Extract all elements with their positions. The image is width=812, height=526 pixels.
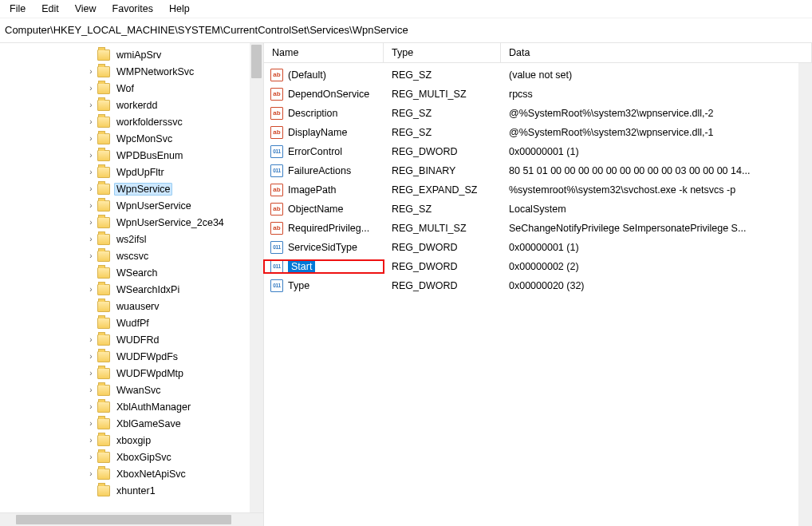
expand-icon[interactable]: › <box>86 219 96 227</box>
tree-item[interactable]: ›xboxgip <box>0 432 263 449</box>
expand-icon[interactable]: › <box>86 235 96 243</box>
registry-value-row[interactable]: abDependOnServiceREG_MULTI_SZrpcss <box>264 85 812 104</box>
expand-icon[interactable]: › <box>86 370 96 378</box>
expand-icon[interactable]: › <box>86 185 96 193</box>
registry-value-row[interactable]: 011StartREG_DWORD0x00000002 (2) <box>264 257 812 276</box>
expand-icon[interactable]: › <box>86 135 96 143</box>
registry-value-row[interactable]: abObjectNameREG_SZLocalSystem <box>264 200 812 219</box>
tree-item[interactable]: ›WUDFRd <box>0 331 263 348</box>
tree-item[interactable]: ›XboxNetApiSvc <box>0 465 263 482</box>
tree-item[interactable]: ›xhunter1 <box>0 482 263 499</box>
expand-icon[interactable]: › <box>86 202 96 210</box>
tree-item[interactable]: ›Wof <box>0 80 263 97</box>
registry-value-row[interactable]: 011TypeREG_DWORD0x00000020 (32) <box>264 276 812 295</box>
tree-item-label: workerdd <box>114 99 160 112</box>
binary-value-icon: 011 <box>270 164 283 177</box>
expand-icon[interactable]: › <box>86 470 96 478</box>
header-data[interactable]: Data <box>501 43 812 62</box>
expand-icon[interactable]: › <box>86 437 96 445</box>
value-data: 0x00000001 (1) <box>501 146 812 157</box>
tree-item-label: WUDFRd <box>114 334 161 346</box>
tree-scroll: ›wmiApSrv›WMPNetworkSvc›Wof›workerdd›wor… <box>0 43 263 512</box>
tree-item[interactable]: ›wmiApSrv <box>0 46 263 63</box>
tree-item[interactable]: ›WSearch <box>0 264 263 281</box>
tree-item[interactable]: ›wscsvc <box>0 247 263 264</box>
expand-icon[interactable]: › <box>86 252 96 260</box>
tree-horizontal-scrollbar[interactable] <box>0 512 263 526</box>
registry-value-row[interactable]: abDescriptionREG_SZ@%SystemRoot%\system3… <box>264 104 812 123</box>
expand-icon[interactable]: › <box>86 403 96 411</box>
tree-panel: ›wmiApSrv›WMPNetworkSvc›Wof›workerdd›wor… <box>0 43 264 526</box>
tree-item[interactable]: ›ws2ifsl <box>0 231 263 247</box>
folder-icon <box>97 368 110 379</box>
tree-item-label: WUDFWpdMtp <box>114 367 186 380</box>
registry-value-row[interactable]: 011ErrorControlREG_DWORD0x00000001 (1) <box>264 142 812 161</box>
tree-item[interactable]: ›workfolderssvc <box>0 113 263 130</box>
tree-item-label: WpnUserService <box>114 200 194 212</box>
registry-value-row[interactable]: abRequiredPrivileg...REG_MULTI_SZSeChang… <box>264 219 812 238</box>
tree-item[interactable]: ›WpnService <box>0 180 263 197</box>
tree-item[interactable]: ›WpcMonSvc <box>0 130 263 147</box>
folder-icon <box>97 217 110 228</box>
value-data: rpcss <box>501 89 812 100</box>
expand-icon[interactable]: › <box>86 453 96 461</box>
folder-icon <box>97 418 110 429</box>
address-bar[interactable]: Computer\HKEY_LOCAL_MACHINE\SYSTEM\Curre… <box>0 18 812 43</box>
value-data: %systemroot%\system32\svchost.exe -k net… <box>501 184 812 196</box>
string-value-icon: ab <box>270 222 283 235</box>
folder-icon <box>97 385 110 396</box>
tree-item[interactable]: ›WwanSvc <box>0 382 263 398</box>
main: ›wmiApSrv›WMPNetworkSvc›Wof›workerdd›wor… <box>0 43 812 526</box>
list-vertical-scrollbar[interactable] <box>798 63 812 526</box>
tree-item[interactable]: ›XboxGipSvc <box>0 449 263 465</box>
value-type: REG_BINARY <box>384 165 501 176</box>
menu-view[interactable]: View <box>69 2 103 16</box>
expand-icon[interactable]: › <box>86 420 96 428</box>
tree-item[interactable]: ›XblGameSave <box>0 415 263 432</box>
registry-value-row[interactable]: abDisplayNameREG_SZ@%SystemRoot%\system3… <box>264 123 812 142</box>
expand-icon[interactable]: › <box>86 168 96 176</box>
tree-item[interactable]: ›WMPNetworkSvc <box>0 63 263 80</box>
header-type[interactable]: Type <box>384 43 501 62</box>
tree-item[interactable]: ›WUDFWpdMtp <box>0 365 263 382</box>
expand-icon[interactable]: › <box>86 101 96 109</box>
tree-item[interactable]: ›WSearchIdxPi <box>0 281 263 298</box>
menu-file[interactable]: File <box>3 2 32 16</box>
tree-item[interactable]: ›workerdd <box>0 97 263 113</box>
expand-icon[interactable]: › <box>86 336 96 344</box>
folder-icon <box>97 267 110 279</box>
menu-edit[interactable]: Edit <box>35 2 65 16</box>
registry-value-row[interactable]: abImagePathREG_EXPAND_SZ%systemroot%\sys… <box>264 180 812 200</box>
registry-value-row[interactable]: 011ServiceSidTypeREG_DWORD0x00000001 (1) <box>264 238 812 257</box>
folder-icon <box>97 184 110 195</box>
tree-vertical-scrollbar[interactable] <box>250 43 263 512</box>
value-name: RequiredPrivileg... <box>288 223 369 234</box>
menu-help[interactable]: Help <box>163 2 196 16</box>
tree-item[interactable]: ›WPDBusEnum <box>0 147 263 164</box>
expand-icon[interactable]: › <box>86 152 96 160</box>
tree-item[interactable]: ›wuauserv <box>0 298 263 314</box>
value-name: Description <box>288 108 338 119</box>
expand-icon[interactable]: › <box>86 286 96 294</box>
tree-item[interactable]: ›WpnUserService_2ce34 <box>0 214 263 231</box>
tree-item[interactable]: ›WudfPf <box>0 314 263 331</box>
expand-icon[interactable]: › <box>86 118 96 126</box>
value-name-cell: 011Type <box>264 279 384 292</box>
folder-icon <box>97 318 110 329</box>
expand-icon[interactable]: › <box>86 85 96 93</box>
tree-scroll-thumb[interactable] <box>251 45 262 78</box>
tree-item[interactable]: ›WUDFWpdFs <box>0 348 263 365</box>
menu-favorites[interactable]: Favorites <box>106 2 160 16</box>
registry-value-row[interactable]: ab(Default)REG_SZ(value not set) <box>264 65 812 85</box>
header-name[interactable]: Name <box>264 43 384 62</box>
value-data: @%SystemRoot%\system32\wpnservice.dll,-2 <box>501 108 812 119</box>
registry-value-row[interactable]: 011FailureActionsREG_BINARY80 51 01 00 0… <box>264 161 812 180</box>
tree-item[interactable]: ›WpdUpFltr <box>0 164 263 180</box>
expand-icon[interactable]: › <box>86 386 96 394</box>
expand-icon[interactable]: › <box>86 68 96 76</box>
expand-icon[interactable]: › <box>86 353 96 361</box>
tree-item-label: Wof <box>114 82 136 95</box>
tree-item[interactable]: ›WpnUserService <box>0 197 263 214</box>
tree-hscroll-thumb[interactable] <box>16 515 231 524</box>
tree-item[interactable]: ›XblAuthManager <box>0 398 263 415</box>
